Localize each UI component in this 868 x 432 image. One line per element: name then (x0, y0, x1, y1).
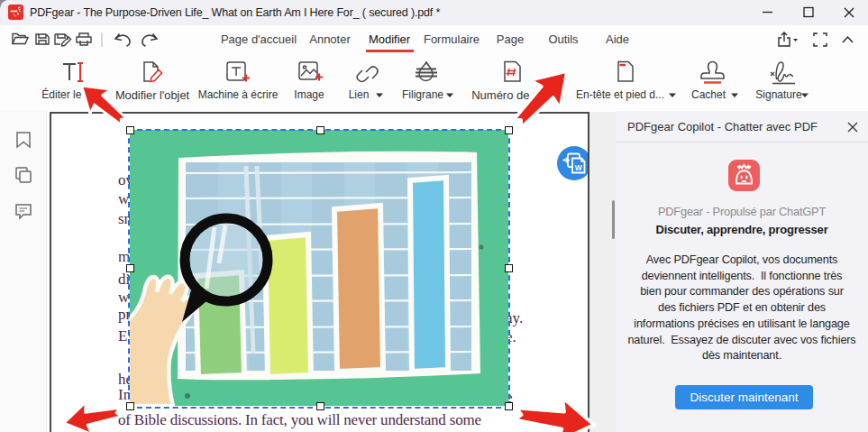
svg-text:W: W (575, 163, 583, 172)
